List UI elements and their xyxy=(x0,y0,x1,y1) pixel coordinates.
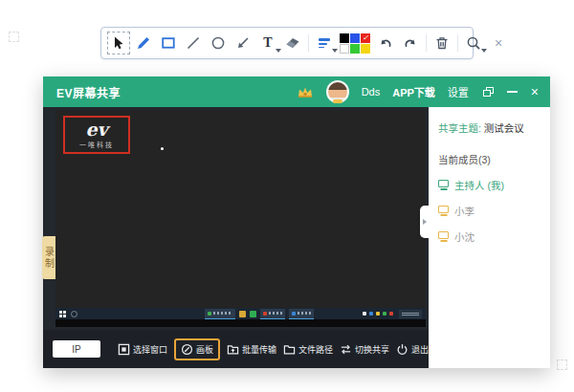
close-toolbar-button[interactable]: × xyxy=(489,33,508,53)
file-path-label: 文件路径 xyxy=(298,343,333,356)
text-tool[interactable]: T xyxy=(258,33,277,53)
logo-annotation-box: ev 一唯科技 xyxy=(63,116,130,154)
bottom-toolbar: IP 选择窗口 画板 批量传输 xyxy=(43,330,429,368)
batch-transfer-button[interactable]: 批量传输 xyxy=(227,343,276,356)
pen-tool[interactable] xyxy=(134,33,153,53)
share-topic: 共享主题: 测试会议 xyxy=(438,120,544,135)
remote-taskbar-tasks xyxy=(205,309,314,319)
screenshot-stage: T ✓ xyxy=(0,0,574,392)
search-icon xyxy=(71,311,77,317)
file-path-button[interactable]: 文件路径 xyxy=(283,343,333,356)
select-window-icon xyxy=(118,343,130,356)
members-count-title: 当前成员(3) xyxy=(438,152,544,166)
color-swatch-red-selected[interactable]: ✓ xyxy=(361,33,370,43)
monitor-icon xyxy=(438,206,449,213)
exit-share-icon xyxy=(396,343,408,356)
color-palette: ✓ xyxy=(340,33,370,54)
line-icon xyxy=(186,35,201,51)
remote-taskbar xyxy=(55,308,426,319)
shared-screen-panel: ev 一唯科技 xyxy=(43,107,429,368)
preview-letterbox xyxy=(55,319,426,327)
check-icon: ✓ xyxy=(361,33,370,43)
switch-share-icon xyxy=(340,343,352,356)
bottom-buttons: 选择窗口 画板 批量传输 文件路径 xyxy=(118,338,446,360)
record-tab[interactable]: 录制 xyxy=(42,236,55,279)
batch-transfer-icon xyxy=(227,343,239,356)
taskbar-task xyxy=(289,309,314,319)
member-name: 小沈 xyxy=(454,229,475,244)
line-width-tool[interactable] xyxy=(315,33,334,53)
undo-icon xyxy=(378,35,393,51)
switch-share-button[interactable]: 切换共享 xyxy=(340,343,389,356)
close-icon: × xyxy=(495,36,502,50)
annotation-toolbar: T ✓ xyxy=(100,27,474,59)
dropdown-caret-icon xyxy=(332,49,338,53)
color-swatch-green[interactable] xyxy=(350,44,360,54)
toolbar-divider xyxy=(457,34,458,52)
ellipse-tool[interactable] xyxy=(209,33,228,53)
member-row[interactable]: 小沈 xyxy=(438,229,544,244)
ev-logo-subtitle: 一唯科技 xyxy=(79,140,114,149)
toolbar-divider xyxy=(426,34,427,52)
cursor-icon xyxy=(111,35,126,51)
clear-trash-button[interactable] xyxy=(432,33,452,53)
line-width-icon xyxy=(319,38,330,49)
toolbar-divider xyxy=(308,34,309,52)
app-icon xyxy=(250,311,256,317)
sidebar-collapse-tab[interactable] xyxy=(420,206,429,238)
member-row[interactable]: 小李 xyxy=(438,204,544,218)
window-body: ev 一唯科技 xyxy=(43,107,550,368)
color-swatch-blue[interactable] xyxy=(350,33,360,43)
vip-crown-icon[interactable] xyxy=(297,85,314,98)
crop-corner-mark xyxy=(557,359,567,370)
arrow-tool[interactable] xyxy=(233,33,253,53)
members-sidebar: 共享主题: 测试会议 当前成员(3) 主持人 (我) 小李 小沈 xyxy=(429,107,550,368)
ip-button[interactable]: IP xyxy=(53,340,100,358)
member-row-host[interactable]: 主持人 (我) xyxy=(438,178,544,192)
start-button-icon xyxy=(59,311,66,317)
share-topic-value: 测试会议 xyxy=(484,122,524,134)
window-controls: × xyxy=(483,85,539,98)
member-name: 主持人 (我) xyxy=(454,178,504,192)
clock-area xyxy=(399,310,422,318)
ellipse-icon xyxy=(210,35,226,51)
remote-cursor-dot xyxy=(161,147,164,150)
close-window-button[interactable]: × xyxy=(531,85,539,98)
file-path-icon xyxy=(283,343,296,356)
monitor-icon xyxy=(438,231,449,239)
monitor-icon xyxy=(438,180,449,187)
settings-button[interactable]: 设置 xyxy=(448,84,469,99)
share-topic-label: 共享主题: xyxy=(438,122,481,134)
whiteboard-button[interactable]: 画板 xyxy=(174,338,220,360)
taskbar-task xyxy=(205,309,235,319)
folder-icon xyxy=(239,311,246,317)
app-download-button[interactable]: APP下载 xyxy=(392,84,435,99)
color-swatch-black[interactable] xyxy=(340,33,349,43)
arrow-icon xyxy=(235,35,251,51)
redo-button[interactable] xyxy=(401,33,420,53)
line-tool[interactable] xyxy=(184,33,203,53)
restore-window-button[interactable] xyxy=(483,87,494,97)
minimize-button[interactable] xyxy=(507,91,518,93)
trash-icon xyxy=(434,35,450,51)
magnifier-tool[interactable] xyxy=(464,33,483,53)
select-window-label: 选择窗口 xyxy=(133,343,167,356)
undo-button[interactable] xyxy=(376,33,395,53)
whiteboard-label: 画板 xyxy=(196,343,213,356)
shared-screen-preview: ev 一唯科技 xyxy=(55,110,426,327)
color-swatch-white[interactable] xyxy=(340,44,349,54)
window-header: EV屏幕共享 Dds APP下载 设置 × xyxy=(43,76,550,107)
cursor-tool[interactable] xyxy=(109,33,128,53)
dropdown-caret-icon xyxy=(481,49,487,53)
eraser-tool[interactable] xyxy=(283,33,302,53)
user-avatar[interactable] xyxy=(326,80,349,103)
whiteboard-icon xyxy=(181,343,193,356)
color-swatch-yellow[interactable] xyxy=(361,44,370,54)
username-label: Dds xyxy=(362,86,381,98)
ev-logo: ev xyxy=(85,121,107,138)
magnifier-icon xyxy=(466,35,481,51)
pen-icon xyxy=(136,35,151,51)
rectangle-tool[interactable] xyxy=(159,33,178,53)
member-name: 小李 xyxy=(454,204,475,218)
select-window-button[interactable]: 选择窗口 xyxy=(118,343,167,356)
